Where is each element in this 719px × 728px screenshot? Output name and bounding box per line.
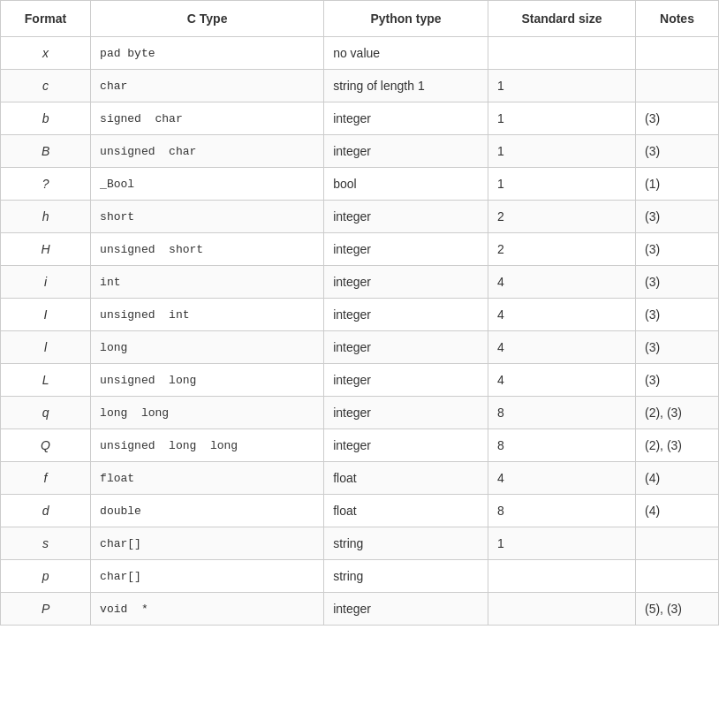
cell-format: b	[1, 102, 91, 135]
cell-ctype: char	[91, 70, 324, 102]
cell-ctype: long	[91, 331, 324, 364]
cell-ctype: char[]	[91, 560, 324, 593]
cell-python: integer	[324, 364, 488, 397]
cell-size: 4	[488, 266, 635, 299]
cell-size	[488, 37, 635, 70]
cell-format: h	[1, 201, 91, 233]
cell-notes: (3)	[636, 364, 719, 397]
format-table: Format C Type Python type Standard size …	[0, 0, 719, 626]
table-row: ccharstring of length 11	[1, 70, 719, 102]
cell-python: integer	[324, 135, 488, 168]
cell-python: integer	[324, 331, 488, 364]
cell-size: 4	[488, 299, 635, 331]
cell-notes: (2), (3)	[636, 429, 719, 462]
cell-format: B	[1, 135, 91, 168]
cell-python: string	[324, 527, 488, 560]
main-container: Format C Type Python type Standard size …	[0, 0, 719, 728]
table-row: qlong longinteger8(2), (3)	[1, 397, 719, 429]
table-header-row: Format C Type Python type Standard size …	[1, 1, 719, 37]
cell-format: q	[1, 397, 91, 429]
table-row: ?_Boolbool1(1)	[1, 168, 719, 201]
table-row: llonginteger4(3)	[1, 331, 719, 364]
cell-notes: (3)	[636, 201, 719, 233]
table-row: Pvoid *integer(5), (3)	[1, 593, 719, 626]
cell-size: 1	[488, 527, 635, 560]
cell-ctype: unsigned long	[91, 364, 324, 397]
table-row: ffloatfloat4(4)	[1, 462, 719, 495]
header-size: Standard size	[488, 1, 635, 37]
cell-notes: (5), (3)	[636, 593, 719, 626]
cell-format: l	[1, 331, 91, 364]
cell-format: I	[1, 299, 91, 331]
cell-ctype: _Bool	[91, 168, 324, 201]
header-python: Python type	[324, 1, 488, 37]
cell-size: 8	[488, 429, 635, 462]
cell-notes: (3)	[636, 299, 719, 331]
cell-python: bool	[324, 168, 488, 201]
cell-notes	[636, 527, 719, 560]
table-row: Bunsigned charinteger1(3)	[1, 135, 719, 168]
table-row: Qunsigned long longinteger8(2), (3)	[1, 429, 719, 462]
cell-size: 8	[488, 397, 635, 429]
cell-python: integer	[324, 102, 488, 135]
cell-python: integer	[324, 201, 488, 233]
cell-python: integer	[324, 233, 488, 266]
cell-format: ?	[1, 168, 91, 201]
cell-ctype: unsigned char	[91, 135, 324, 168]
cell-python: integer	[324, 397, 488, 429]
cell-size	[488, 593, 635, 626]
table-row: pchar[]string	[1, 560, 719, 593]
table-row: Lunsigned longinteger4(3)	[1, 364, 719, 397]
cell-notes: (3)	[636, 266, 719, 299]
table-row: bsigned charinteger1(3)	[1, 102, 719, 135]
cell-format: p	[1, 560, 91, 593]
cell-ctype: int	[91, 266, 324, 299]
cell-size	[488, 560, 635, 593]
cell-python: no value	[324, 37, 488, 70]
cell-notes: (1)	[636, 168, 719, 201]
cell-size: 1	[488, 168, 635, 201]
cell-ctype: short	[91, 201, 324, 233]
table-row: Iunsigned intinteger4(3)	[1, 299, 719, 331]
cell-size: 2	[488, 201, 635, 233]
cell-ctype: float	[91, 462, 324, 495]
cell-format: P	[1, 593, 91, 626]
cell-python: integer	[324, 429, 488, 462]
cell-ctype: long long	[91, 397, 324, 429]
cell-ctype: void *	[91, 593, 324, 626]
cell-python: integer	[324, 266, 488, 299]
cell-notes: (4)	[636, 462, 719, 495]
cell-python: float	[324, 462, 488, 495]
cell-notes: (3)	[636, 135, 719, 168]
table-row: xpad byteno value	[1, 37, 719, 70]
cell-format: L	[1, 364, 91, 397]
cell-notes: (2), (3)	[636, 397, 719, 429]
cell-size: 2	[488, 233, 635, 266]
cell-size: 1	[488, 70, 635, 102]
cell-python: string of length 1	[324, 70, 488, 102]
cell-format: Q	[1, 429, 91, 462]
cell-format: d	[1, 495, 91, 527]
cell-ctype: unsigned short	[91, 233, 324, 266]
cell-size: 1	[488, 102, 635, 135]
cell-format: f	[1, 462, 91, 495]
cell-notes: (3)	[636, 233, 719, 266]
cell-ctype: signed char	[91, 102, 324, 135]
cell-python: string	[324, 560, 488, 593]
header-format: Format	[1, 1, 91, 37]
cell-python: float	[324, 495, 488, 527]
header-notes: Notes	[636, 1, 719, 37]
cell-ctype: unsigned long long	[91, 429, 324, 462]
cell-ctype: pad byte	[91, 37, 324, 70]
cell-format: s	[1, 527, 91, 560]
table-row: schar[]string1	[1, 527, 719, 560]
header-ctype: C Type	[91, 1, 324, 37]
cell-ctype: char[]	[91, 527, 324, 560]
cell-python: integer	[324, 299, 488, 331]
cell-format: i	[1, 266, 91, 299]
cell-size: 4	[488, 364, 635, 397]
cell-notes	[636, 560, 719, 593]
cell-notes	[636, 70, 719, 102]
cell-size: 1	[488, 135, 635, 168]
cell-notes: (3)	[636, 102, 719, 135]
